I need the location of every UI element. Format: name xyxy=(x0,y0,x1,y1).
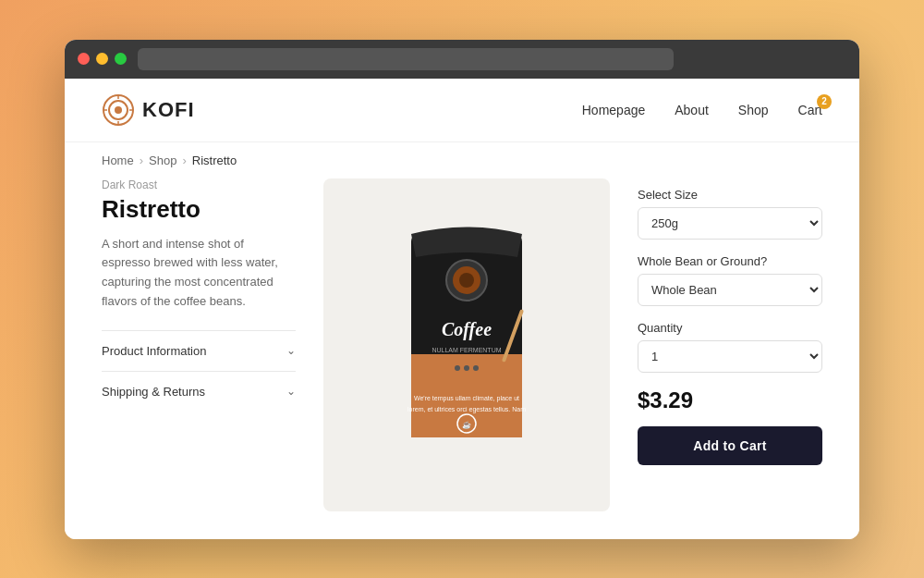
browser-window: KOFI Homepage About Shop Cart 2 Home › S… xyxy=(65,40,859,539)
logo[interactable]: KOFI xyxy=(102,93,195,127)
accordion-shipping[interactable]: Shipping & Returns ⌄ xyxy=(102,371,296,412)
quantity-label: Quantity xyxy=(638,321,822,335)
product-name: Ristretto xyxy=(102,195,296,224)
svg-text:We're tempus ullam climate, pl: We're tempus ullam climate, place ut xyxy=(414,395,519,402)
product-image: Coffee NULLAM FERMENTUM We're tempus ull… xyxy=(374,206,559,484)
nav-links: Homepage About Shop Cart 2 xyxy=(582,102,822,118)
maximize-button[interactable] xyxy=(115,53,127,65)
logo-icon xyxy=(102,93,135,127)
traffic-lights xyxy=(78,53,127,65)
page: KOFI Homepage About Shop Cart 2 Home › S… xyxy=(65,79,859,539)
svg-text:Coffee: Coffee xyxy=(442,319,492,340)
svg-text:NULLAM FERMENTUM: NULLAM FERMENTUM xyxy=(432,347,501,353)
accordion-product-label: Product Information xyxy=(102,344,206,358)
minimize-button[interactable] xyxy=(96,53,108,65)
product-price: $3.29 xyxy=(638,387,822,413)
breadcrumb: Home › Shop › Ristretto xyxy=(65,142,859,178)
breadcrumb-sep1: › xyxy=(140,154,143,167)
cart-badge: 2 xyxy=(817,94,832,109)
svg-point-14 xyxy=(455,365,460,371)
accordion-shipping-label: Shipping & Returns xyxy=(102,385,205,399)
breadcrumb-current: Ristretto xyxy=(192,154,237,167)
nav-homepage[interactable]: Homepage xyxy=(582,103,646,117)
svg-point-15 xyxy=(464,365,469,371)
add-to-cart-button[interactable]: Add to Cart xyxy=(638,426,822,465)
url-bar[interactable] xyxy=(138,48,674,70)
product-type: Dark Roast xyxy=(102,178,296,191)
product-image-container: Coffee NULLAM FERMENTUM We're tempus ull… xyxy=(323,178,610,511)
nav-shop[interactable]: Shop xyxy=(738,103,769,117)
breadcrumb-shop[interactable]: Shop xyxy=(149,154,176,167)
cart-wrapper[interactable]: Cart 2 xyxy=(798,102,822,118)
logo-text: KOFI xyxy=(142,98,195,122)
svg-text:☕: ☕ xyxy=(462,420,471,429)
svg-point-8 xyxy=(459,273,474,288)
breadcrumb-home[interactable]: Home xyxy=(102,154,134,167)
svg-text:lorem, et ultrices orci egesta: lorem, et ultrices orci egestas tellus. … xyxy=(407,406,526,413)
svg-point-16 xyxy=(473,365,479,371)
product-info-panel: Dark Roast Ristretto A short and intense… xyxy=(102,178,296,511)
titlebar xyxy=(65,40,859,79)
chevron-down-icon: ⌄ xyxy=(286,344,296,357)
close-button[interactable] xyxy=(78,53,90,65)
accordion-product-info[interactable]: Product Information ⌄ xyxy=(102,330,296,371)
grind-label: Whole Bean or Ground? xyxy=(638,254,822,268)
svg-point-2 xyxy=(115,106,122,114)
navbar: KOFI Homepage About Shop Cart 2 xyxy=(65,79,859,142)
size-select[interactable]: 250g 500g 1kg xyxy=(638,207,822,240)
content: Dark Roast Ristretto A short and intense… xyxy=(65,178,859,539)
size-label: Select Size xyxy=(638,188,822,202)
grind-select[interactable]: Whole Bean Ground xyxy=(638,274,822,306)
quantity-select[interactable]: 1 2 3 xyxy=(638,340,822,373)
chevron-down-icon-2: ⌄ xyxy=(286,385,296,398)
product-options-panel: Select Size 250g 500g 1kg Whole Bean or … xyxy=(638,178,822,511)
product-description: A short and intense shot of espresso bre… xyxy=(102,235,296,312)
breadcrumb-sep2: › xyxy=(182,154,186,167)
nav-about[interactable]: About xyxy=(675,103,709,117)
